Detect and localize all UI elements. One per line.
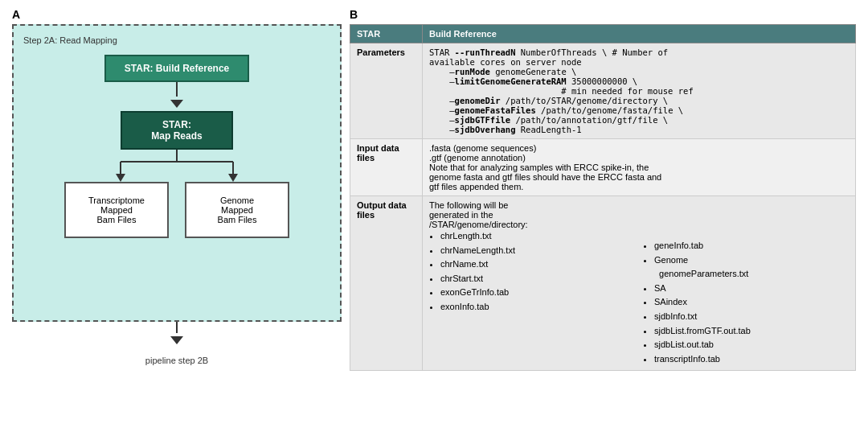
pipeline-arrow-head [170, 336, 183, 344]
output-item: transcriptInfo.tab [654, 352, 849, 367]
branch-container: TranscriptomeMappedBam Files GenomeMappe… [23, 150, 330, 238]
output-item: sjdbInfo.txt [654, 310, 849, 324]
output1-label: TranscriptomeMappedBam Files [88, 195, 145, 224]
output-item: chrLength.txt [440, 229, 635, 244]
output-item: exonGeTrInfo.tab [440, 286, 635, 300]
output-item: SA [654, 282, 849, 296]
output-item: exonInfo.tab [440, 300, 635, 315]
output-list: The following will be generated in the /… [429, 200, 849, 366]
svg-marker-5 [228, 174, 238, 182]
output-item: sjdbList.out.tab [654, 338, 849, 352]
ref-table: STAR Build Reference Parameters STAR --r… [350, 24, 856, 371]
pipeline-step-label: pipeline step 2B [145, 356, 208, 365]
panel-b: B STAR Build Reference Parameters STAR -… [350, 8, 856, 371]
star-map-box: STAR: Map Reads [121, 111, 233, 150]
param-code: STAR --runThreadN NumberOfThreads \ # Nu… [429, 47, 694, 134]
param-value: STAR --runThreadN NumberOfThreads \ # Nu… [423, 43, 856, 139]
arrow-line-1 [176, 82, 178, 97]
output-list-right: geneInfo.tab Genome genomeParameters.txt… [643, 239, 849, 366]
output2-label: GenomeMappedBam Files [218, 195, 257, 224]
output-item: chrName.txt [440, 257, 635, 272]
input-value: .fasta (genome sequences) .gtf (genome a… [423, 139, 856, 196]
output-value: The following will be generated in the /… [423, 196, 856, 371]
panel-a: A Step 2A: Read Mapping STAR: Build Refe… [12, 8, 350, 365]
output-col-left: The following will be generated in the /… [429, 200, 635, 366]
output-col-left-text: The following will be generated in the /… [429, 200, 528, 229]
step-title: Step 2A: Read Mapping [23, 35, 330, 45]
output-label: Output datafiles [350, 196, 423, 371]
output-boxes: TranscriptomeMappedBam Files GenomeMappe… [64, 182, 289, 238]
flow-container: STAR: Build Reference STAR: Map Reads [23, 55, 330, 238]
svg-marker-3 [116, 174, 125, 182]
star-build-label: STAR: Build Reference [125, 63, 229, 74]
input-label: Input datafiles [350, 139, 423, 196]
star-map-line1: STAR: [162, 119, 191, 130]
output-item: geneInfo.tab [654, 239, 849, 253]
star-map-line2: Map Reads [151, 130, 202, 142]
output-item: Genome genomeParameters.txt [654, 253, 849, 282]
arrow-down-1 [170, 100, 183, 108]
transcriptome-bam-box: TranscriptomeMappedBam Files [64, 182, 169, 238]
pipeline-arrow-line [176, 322, 178, 333]
output-col-right: geneInfo.tab Genome genomeParameters.txt… [643, 200, 849, 366]
step-box: Step 2A: Read Mapping STAR: Build Refere… [12, 24, 342, 322]
output-item: chrNameLength.txt [440, 244, 635, 258]
star-build-box: STAR: Build Reference [104, 55, 249, 82]
table-row-input: Input datafiles .fasta (genome sequences… [350, 139, 856, 196]
output-list-left: chrLength.txt chrNameLength.txt chrName.… [429, 229, 635, 315]
table-header-build: Build Reference [423, 25, 856, 43]
panel-a-label: A [12, 8, 342, 21]
table-row-parameters: Parameters STAR --runThreadN NumberOfThr… [350, 43, 856, 139]
param-label: Parameters [350, 43, 423, 139]
table-header-star: STAR [350, 25, 423, 43]
branch-svg [64, 150, 289, 182]
genome-bam-box: GenomeMappedBam Files [185, 182, 289, 238]
output-item: SAindex [654, 295, 849, 310]
table-row-output: Output datafiles The following will be g… [350, 196, 856, 371]
pipeline-arrow: pipeline step 2B [12, 322, 342, 365]
output-item: chrStart.txt [440, 272, 635, 286]
panel-b-label: B [350, 8, 856, 21]
output-item: sjdbList.fromGTF.out.tab [654, 324, 849, 339]
